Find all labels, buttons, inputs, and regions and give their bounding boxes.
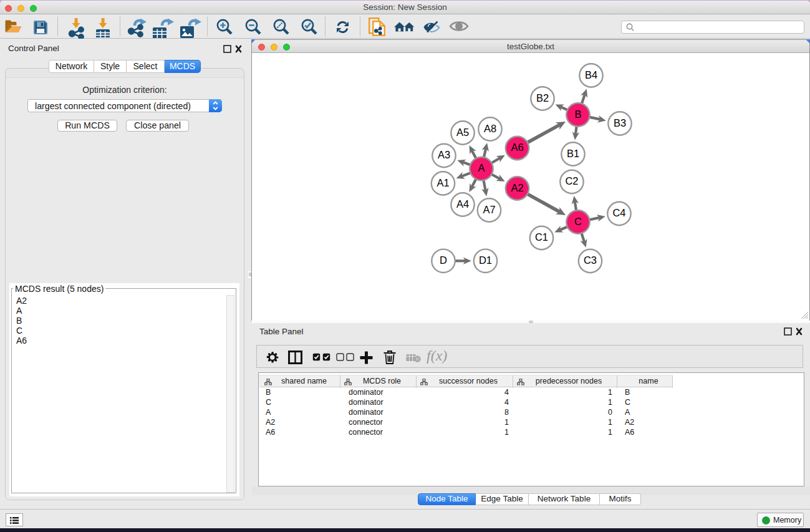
svg-text:A8: A8 <box>484 123 496 134</box>
svg-text:A: A <box>478 162 485 173</box>
svg-text:A3: A3 <box>438 149 450 160</box>
svg-text:C3: C3 <box>584 254 597 266</box>
svg-text:A4: A4 <box>456 198 469 210</box>
svg-text:B1: B1 <box>567 148 579 159</box>
svg-text:B: B <box>574 109 581 120</box>
svg-text:A6: A6 <box>511 142 523 153</box>
svg-text:B3: B3 <box>614 117 626 128</box>
svg-text:D1: D1 <box>479 254 492 266</box>
svg-text:B4: B4 <box>585 69 597 80</box>
svg-text:A5: A5 <box>456 127 469 138</box>
svg-text:D: D <box>440 254 447 266</box>
svg-text:C4: C4 <box>612 207 625 218</box>
svg-text:C2: C2 <box>565 175 578 186</box>
svg-text:A1: A1 <box>436 177 449 188</box>
svg-text:A7: A7 <box>483 204 495 215</box>
svg-text:B2: B2 <box>536 92 549 104</box>
svg-text:A2: A2 <box>511 182 523 193</box>
svg-text:C: C <box>574 216 582 227</box>
svg-text:C1: C1 <box>535 231 548 243</box>
